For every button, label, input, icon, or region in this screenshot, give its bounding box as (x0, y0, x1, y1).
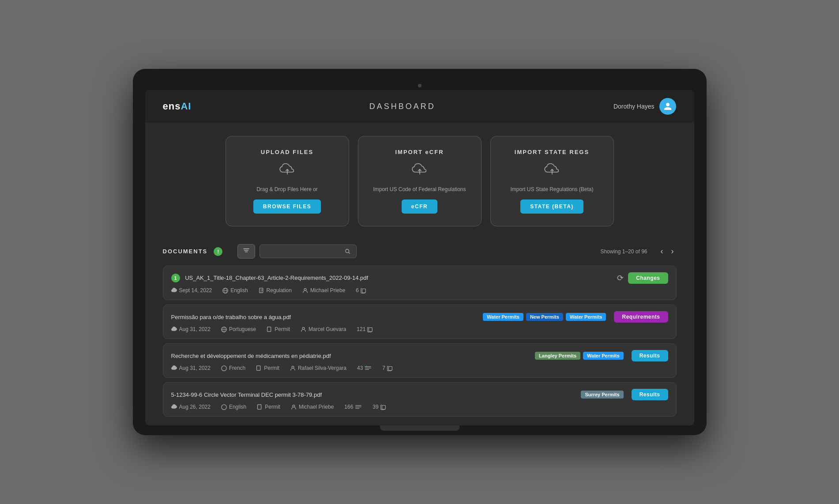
table-row[interactable]: Permissão para o/de trabalho sobre a águ… (163, 305, 677, 339)
version-badge: 1 (171, 274, 180, 282)
search-input[interactable] (265, 248, 341, 255)
doc-date: Sept 14, 2022 (171, 287, 212, 293)
user-info: Dorothy Hayes (613, 98, 677, 115)
table-row[interactable]: 1 US_AK_1_Title-18_Chapter-63_Article-2-… (163, 266, 677, 300)
header: ensAI DASHBOARD Dorothy Hayes (145, 90, 694, 123)
svg-point-17 (222, 404, 226, 409)
import-state-card: IMPORT STATE REGS Import US State Regula… (490, 136, 614, 226)
doc-check-count: 43 (357, 365, 372, 371)
state-beta-button[interactable]: STATE (BETA) (520, 199, 583, 214)
doc-language: English (221, 404, 246, 410)
check-lines-icon (355, 404, 362, 410)
doc-count: 39 (372, 404, 386, 410)
pagination-info: Showing 1–20 of 96 (600, 248, 647, 255)
cloud-icon (171, 404, 177, 410)
ecfr-button[interactable]: eCFR (402, 199, 437, 214)
file-icon (259, 288, 264, 293)
doc-author: Michael Priebe (302, 287, 345, 293)
file-icon (257, 404, 263, 410)
state-cloud-icon (543, 162, 561, 179)
doc-type: Permit (257, 404, 280, 410)
history-icon: ⟳ (617, 273, 624, 283)
svg-rect-6 (362, 289, 366, 293)
upload-files-card: UPLOAD FILES Drag & Drop Files Here or B… (226, 136, 349, 226)
check-lines-icon (365, 365, 372, 371)
import-ecfr-card: IMPORT eCFR Import US Code of Federal Re… (358, 136, 482, 226)
doc-language: French (221, 365, 245, 371)
globe-icon (221, 365, 227, 371)
person-icon (290, 365, 296, 371)
doc-count: 6 (356, 287, 367, 293)
tag-water-permits: Water Permits (483, 313, 523, 321)
tag-water-permits-2: Water Permits (566, 313, 606, 321)
requirements-button[interactable]: Requirements (614, 311, 668, 323)
browse-files-button[interactable]: BROWSE FILES (253, 199, 321, 214)
user-name: Dorothy Hayes (613, 103, 655, 110)
doc-date: Aug 31, 2022 (171, 326, 211, 332)
doc-tags: Surrey Permits (581, 391, 623, 399)
tag-langley-permits: Langley Permits (535, 352, 580, 360)
doc-author: Rafael Silva-Vergara (290, 365, 346, 371)
globe-icon (221, 404, 227, 410)
svg-point-15 (292, 366, 294, 368)
person-icon (302, 288, 308, 293)
logo-accent: AI (181, 101, 191, 112)
cloud-icon (171, 327, 177, 332)
results-button-2[interactable]: Results (632, 389, 668, 400)
pagination-buttons: ‹ › (658, 246, 677, 257)
next-page-button[interactable]: › (669, 246, 677, 257)
search-icon (345, 248, 351, 255)
ecfr-cloud-icon (411, 162, 429, 179)
tag-surrey-permits: Surrey Permits (581, 391, 623, 399)
person-icon (291, 404, 297, 410)
doc-tags: Water Permits New Permits Water Permits (483, 313, 606, 321)
documents-info-badge[interactable]: ! (214, 247, 222, 256)
doc-type: Permit (256, 365, 279, 371)
documents-section: DOCUMENTS ! Showing 1–20 of 96 ‹ (145, 235, 694, 425)
doc-count: 121 (357, 326, 373, 332)
results-button[interactable]: Results (632, 350, 668, 361)
avatar[interactable] (659, 98, 676, 115)
upload-card-desc: Drag & Drop Files Here or (256, 185, 318, 193)
svg-point-19 (293, 405, 295, 407)
doc-language: English (222, 287, 248, 293)
doc-check-count: 166 (344, 404, 362, 410)
svg-point-13 (222, 365, 226, 370)
ecfr-card-title: IMPORT eCFR (395, 149, 444, 155)
filter-button[interactable] (237, 244, 255, 259)
cloud-icon (171, 365, 177, 371)
person-icon (301, 327, 306, 332)
prev-page-button[interactable]: ‹ (658, 246, 666, 257)
copy-icon (367, 326, 373, 332)
document-list: 1 US_AK_1_Title-18_Chapter-63_Article-2-… (163, 266, 677, 417)
file-icon (267, 327, 272, 332)
svg-point-11 (302, 327, 305, 329)
doc-type: Regulation (259, 287, 292, 293)
state-card-desc: Import US State Regulations (Beta) (510, 185, 593, 193)
svg-point-5 (304, 288, 306, 290)
upload-cloud-icon (278, 162, 296, 179)
table-row[interactable]: Recherche et développement de médicament… (163, 343, 677, 378)
changes-button[interactable]: Changes (628, 272, 668, 284)
cards-section: UPLOAD FILES Drag & Drop Files Here or B… (145, 123, 694, 235)
state-card-title: IMPORT STATE REGS (515, 149, 589, 155)
document-name: 5-1234-99-6 Circle Vector Terminal DEC p… (171, 391, 581, 398)
svg-rect-14 (257, 365, 260, 370)
document-name: Permissão para o/de trabalho sobre a águ… (171, 314, 483, 320)
filter-area (237, 244, 594, 259)
table-row[interactable]: 5-1234-99-6 Circle Vector Terminal DEC p… (163, 382, 677, 417)
copy-icon (380, 404, 387, 410)
search-box (260, 244, 357, 258)
document-name: Recherche et développement de médicament… (171, 353, 535, 359)
svg-rect-16 (389, 367, 392, 371)
upload-card-title: UPLOAD FILES (261, 149, 313, 155)
document-name: 1 US_AK_1_Title-18_Chapter-63_Article-2-… (171, 274, 617, 282)
svg-rect-20 (382, 406, 385, 410)
svg-rect-18 (258, 404, 261, 409)
doc-date: Aug 26, 2022 (171, 404, 211, 410)
copy-icon (361, 287, 367, 293)
svg-rect-10 (267, 327, 271, 331)
copy-icon (387, 365, 393, 371)
documents-title: DOCUMENTS (163, 248, 208, 255)
doc-author: Michael Priebe (291, 404, 334, 410)
